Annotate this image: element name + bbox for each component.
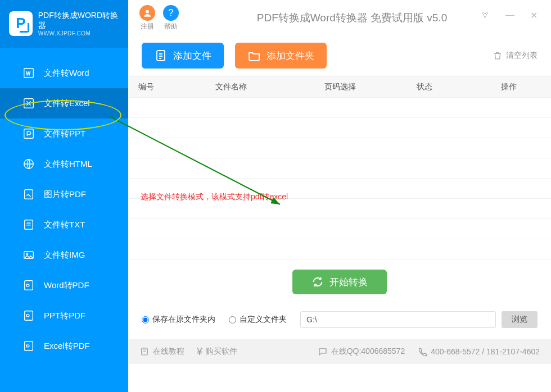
sidebar-item-word2pdf[interactable]: Word转PDF	[0, 270, 128, 300]
book-icon	[139, 347, 150, 357]
svg-rect-2	[24, 129, 34, 139]
dropdown-icon[interactable]: ⩔	[481, 10, 490, 21]
save-original-label: 保存在原文件夹内	[152, 314, 215, 325]
close-icon[interactable]: ✕	[530, 10, 538, 21]
main-panel: 注册 ? 帮助 PDF转换成Word转换器 免费试用版 v5.0 ⩔ — ✕ 添…	[128, 0, 551, 392]
trash-icon	[493, 51, 503, 61]
chat-icon	[318, 347, 328, 357]
buy-label: 购买软件	[206, 347, 237, 357]
logo-icon: P	[9, 11, 33, 36]
qq-link[interactable]: 在线QQ:4006685572	[318, 347, 405, 357]
tutorial-link[interactable]: 在线教程	[139, 347, 184, 357]
svg-rect-8	[25, 281, 33, 290]
logo-title: PDF转换成WORD转换器	[38, 10, 121, 30]
file-icon	[154, 49, 168, 62]
excel-icon	[22, 97, 35, 110]
table-row	[128, 118, 551, 138]
phone-icon	[417, 347, 427, 357]
sidebar-item-label: 文件转PPT	[44, 129, 85, 139]
toolbar: 添加文件 添加文件夹 清空列表	[128, 36, 551, 76]
help-label: 帮助	[164, 22, 178, 31]
app-window: P PDF转换成WORD转换器 WWW.XJPDF.COM 文件转Word 文件…	[0, 0, 551, 392]
buy-link[interactable]: ¥ 购买软件	[197, 346, 237, 358]
th-status: 状态	[382, 82, 467, 92]
sidebar-item-label: 文件转Word	[44, 68, 89, 79]
add-folder-label: 添加文件夹	[267, 49, 314, 62]
table-row	[128, 239, 551, 259]
phone-label: 400-668-5572 / 181-2107-4602	[431, 347, 540, 356]
minimize-icon[interactable]: —	[505, 10, 514, 21]
footer: 在线教程 ¥ 购买软件 在线QQ:4006685572 400-668-5572…	[128, 339, 551, 364]
add-file-label: 添加文件	[173, 49, 211, 62]
save-custom-label: 自定义文件夹	[240, 314, 287, 325]
table-body: 选择文件转换模式，该模式支持pdf转excel	[128, 98, 551, 261]
sidebar-item-label: 文件转Excel	[44, 98, 90, 109]
add-file-button[interactable]: 添加文件	[142, 43, 224, 69]
sidebar-item-excel2pdf[interactable]: Excel转PDF	[0, 331, 128, 361]
th-action: 操作	[467, 82, 551, 92]
svg-rect-5	[25, 220, 33, 230]
radio-input[interactable]	[142, 316, 149, 323]
register-button[interactable]: 注册	[139, 5, 155, 31]
sidebar-item-word[interactable]: 文件转Word	[0, 58, 128, 88]
svg-rect-12	[157, 51, 165, 61]
sidebar-item-ppt2pdf[interactable]: PPT转PDF	[0, 300, 128, 331]
table-row	[128, 138, 551, 158]
browse-button[interactable]: 浏览	[502, 311, 538, 328]
globe-icon	[22, 158, 35, 170]
convert-row: 开始转换	[128, 261, 551, 303]
txt-icon	[22, 218, 35, 231]
image-icon	[22, 249, 35, 261]
qq-label: 在线QQ:4006685572	[331, 347, 405, 357]
radio-input[interactable]	[229, 316, 236, 323]
table-row	[128, 158, 551, 179]
sidebar-item-html[interactable]: 文件转HTML	[0, 149, 128, 179]
sidebar-item-label: 文件转HTML	[44, 159, 92, 170]
svg-rect-9	[25, 311, 33, 321]
th-index: 编号	[128, 82, 164, 92]
sidebar-item-label: Excel转PDF	[44, 341, 90, 352]
table-header: 编号 文件名称 页码选择 状态 操作	[128, 76, 551, 98]
start-convert-label: 开始转换	[329, 276, 368, 289]
logo-subtitle: WWW.XJPDF.COM	[38, 30, 121, 37]
phone-link[interactable]: 400-668-5572 / 181-2107-4602	[417, 347, 540, 357]
sidebar: P PDF转换成WORD转换器 WWW.XJPDF.COM 文件转Word 文件…	[0, 0, 128, 392]
svg-point-7	[26, 253, 28, 255]
refresh-icon	[311, 276, 324, 288]
help-icon: ?	[163, 5, 179, 21]
sidebar-item-label: 文件转IMG	[44, 250, 85, 261]
sidebar-item-img2pdf[interactable]: 图片转PDF	[0, 179, 128, 209]
sidebar-item-label: Word转PDF	[44, 280, 89, 291]
help-button[interactable]: ? 帮助	[163, 5, 179, 31]
svg-rect-10	[25, 341, 33, 351]
start-convert-button[interactable]: 开始转换	[292, 270, 387, 294]
save-custom-radio[interactable]: 自定义文件夹	[229, 314, 287, 325]
th-filename: 文件名称	[164, 82, 298, 92]
sidebar-item-img[interactable]: 文件转IMG	[0, 240, 128, 270]
hint-text: 选择文件转换模式，该模式支持pdf转excel	[141, 192, 288, 202]
yen-icon: ¥	[197, 346, 202, 358]
user-icon	[139, 5, 155, 21]
add-folder-button[interactable]: 添加文件夹	[235, 43, 327, 69]
sidebar-nav: 文件转Word 文件转Excel 文件转PPT 文件转HTML 图片转PDF 文…	[0, 48, 128, 392]
titlebar: 注册 ? 帮助 PDF转换成Word转换器 免费试用版 v5.0 ⩔ — ✕	[128, 0, 551, 36]
sidebar-item-txt[interactable]: 文件转TXT	[0, 209, 128, 240]
clear-list-button[interactable]: 清空列表	[493, 51, 538, 61]
word-icon	[22, 67, 35, 79]
folder-icon	[247, 49, 261, 62]
sidebar-item-ppt[interactable]: 文件转PPT	[0, 118, 128, 149]
th-pages: 页码选择	[298, 82, 382, 92]
register-label: 注册	[141, 22, 154, 31]
pdf-icon	[22, 309, 35, 322]
pdf-icon	[22, 188, 35, 200]
window-controls: ⩔ — ✕	[481, 10, 538, 21]
logo-area: P PDF转换成WORD转换器 WWW.XJPDF.COM	[0, 0, 128, 48]
sidebar-item-excel[interactable]: 文件转Excel	[0, 88, 128, 118]
clear-list-label: 清空列表	[506, 51, 538, 61]
save-original-radio[interactable]: 保存在原文件夹内	[142, 314, 215, 325]
ppt-icon	[22, 127, 35, 140]
path-input[interactable]	[300, 311, 496, 328]
tutorial-label: 在线教程	[153, 347, 184, 357]
pdf-icon	[22, 279, 35, 291]
sidebar-item-label: 图片转PDF	[44, 189, 86, 200]
